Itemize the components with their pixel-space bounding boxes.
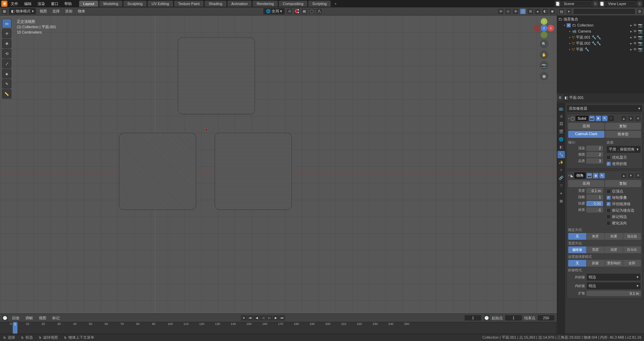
outliner-search-input[interactable] xyxy=(573,8,635,14)
orientation-select[interactable]: 🌐 全局 ▾ xyxy=(263,8,285,15)
jump-start-icon[interactable]: ⏮ xyxy=(247,315,253,321)
mark-seam-checkbox[interactable] xyxy=(606,208,611,213)
proportional-falloff-icon[interactable]: ⋀ xyxy=(316,8,322,14)
fs-new[interactable]: 新建 xyxy=(587,260,605,267)
add-modifier-dropdown[interactable]: 添加修改器▾ xyxy=(567,105,643,112)
play-icon[interactable]: ▷ xyxy=(266,315,272,321)
eye-icon[interactable]: 👁 xyxy=(633,47,637,52)
delete-icon[interactable]: ✕ xyxy=(635,115,641,121)
autokey-icon[interactable]: ● xyxy=(241,315,247,321)
prop-tab-scene[interactable]: 🎬 xyxy=(557,128,565,135)
move-down-icon[interactable]: ▾ xyxy=(628,173,634,179)
timeline-view-menu[interactable]: 视图 xyxy=(37,315,48,321)
outliner-filter-icon[interactable]: ⚙ xyxy=(637,8,643,14)
tab-texturepaint[interactable]: Texture Paint xyxy=(174,1,204,7)
tool-annotate[interactable]: ✎ xyxy=(2,79,11,89)
tool-transform[interactable]: ◈ xyxy=(2,69,11,78)
viewlayer-browse-icon[interactable]: 📑 xyxy=(599,1,605,7)
render-toggle-icon[interactable]: 📷 xyxy=(589,116,595,121)
limit-angle[interactable]: 角度 xyxy=(587,233,605,240)
overlay-toggle-icon[interactable]: ⊕ xyxy=(513,8,519,14)
viewport-add-menu[interactable]: 添加 xyxy=(63,8,74,14)
outliner-display-mode-icon[interactable]: ▤ xyxy=(558,8,565,14)
shading-solid-icon[interactable]: ● xyxy=(535,8,541,14)
3d-viewport[interactable]: 正交顶视图 (1) Collection | 平面.001 10 Centime… xyxy=(0,15,557,314)
tool-rotate[interactable]: ⟲ xyxy=(2,49,11,58)
realtime-toggle-icon[interactable]: 🖥 xyxy=(596,116,601,121)
cage-toggle-icon[interactable]: ▽ xyxy=(608,116,614,121)
axis-neg-x-icon[interactable] xyxy=(534,25,541,32)
bevel-material-input[interactable]: -1 xyxy=(586,207,603,213)
copy-button[interactable]: 复制 xyxy=(605,180,641,187)
axis-y-icon[interactable]: Y xyxy=(541,18,547,25)
opt-display-checkbox[interactable] xyxy=(606,155,611,160)
playhead[interactable]: 1 xyxy=(13,322,17,334)
inner-miter-select[interactable]: 锐边▾ xyxy=(586,282,641,290)
outliner-view-icon[interactable]: ▾ xyxy=(566,8,572,14)
timeline-playback-menu[interactable]: 回放 xyxy=(10,315,21,321)
mesh-plane-002[interactable] xyxy=(119,133,196,210)
end-frame-input[interactable] xyxy=(537,315,555,321)
axis-neg-y-icon[interactable] xyxy=(541,32,547,38)
render-toggle-icon[interactable]: 📷 xyxy=(587,173,592,178)
scene-browse-icon[interactable]: 📑 xyxy=(555,1,561,7)
tab-scripting[interactable]: Scripting xyxy=(308,1,331,7)
prop-tab-material[interactable]: ● xyxy=(557,189,565,197)
spread-input[interactable]: 0.1 m xyxy=(586,291,641,296)
fs-none[interactable]: 无 xyxy=(568,260,586,267)
wm-depth[interactable]: 深度 xyxy=(605,246,623,253)
restrict-select-icon[interactable]: ▸ xyxy=(630,29,632,34)
axis-x-icon[interactable]: X xyxy=(547,25,554,32)
pan-icon[interactable]: ✋ xyxy=(540,50,548,59)
tab-uvediting[interactable]: UV Editing xyxy=(148,1,173,7)
collapse-icon[interactable]: ▾ xyxy=(568,117,570,120)
collection-checkbox[interactable] xyxy=(567,23,571,27)
modifier-name[interactable]: Subd xyxy=(576,116,588,121)
camera-icon[interactable]: 📷 xyxy=(638,23,643,27)
editmode-toggle-icon[interactable]: ✎ xyxy=(599,173,605,178)
mark-sharp-checkbox[interactable] xyxy=(606,215,611,219)
eye-icon[interactable]: 👁 xyxy=(633,23,637,27)
frame-clock-icon[interactable]: 🕐 xyxy=(484,315,490,321)
apply-button[interactable]: 应用 xyxy=(568,123,604,130)
shading-wireframe-icon[interactable]: ⊞ xyxy=(527,8,533,14)
viewport-subdiv-input[interactable]: 2 xyxy=(586,152,603,157)
move-up-icon[interactable]: ▴ xyxy=(621,115,627,121)
tree-plane-002[interactable]: ▸▽平面.002 🔧🔧▸👁📷 xyxy=(557,40,644,46)
timeline-marker-menu[interactable]: 标记 xyxy=(50,315,62,321)
harden-normals-checkbox[interactable] xyxy=(606,221,611,225)
fs-all[interactable]: 全部 xyxy=(623,260,641,267)
move-up-icon[interactable]: ▴ xyxy=(621,173,627,179)
loop-slide-checkbox[interactable] xyxy=(606,202,611,206)
tree-scene-collection[interactable]: 🗀场景集合 xyxy=(557,16,644,22)
gizmo-toggle-icon[interactable]: ◎ xyxy=(505,8,511,14)
snap-target-icon[interactable]: ▦ xyxy=(301,8,307,14)
prop-tab-output[interactable]: 🖨 xyxy=(557,112,565,120)
perspective-toggle-icon[interactable]: ▦ xyxy=(540,72,548,80)
prop-tab-constraints[interactable]: 🔗 xyxy=(557,174,565,181)
restrict-select-icon[interactable]: ▸ xyxy=(630,35,632,40)
prop-tab-physics[interactable]: ⚛ xyxy=(557,166,565,174)
fs-affected[interactable]: 受影响的 xyxy=(605,260,623,267)
eye-icon[interactable]: 👁 xyxy=(633,41,637,46)
collapse-icon[interactable]: ▾ xyxy=(568,174,570,177)
zoom-icon[interactable]: 🔍 xyxy=(540,40,548,48)
prop-tab-object[interactable]: ◧ xyxy=(557,143,565,151)
use-crease-checkbox[interactable] xyxy=(606,162,611,166)
camera-view-icon[interactable]: 📷 xyxy=(540,61,548,70)
mesh-plane-001[interactable] xyxy=(178,37,255,114)
clamp-overlap-checkbox[interactable] xyxy=(606,195,611,200)
scene-new-icon[interactable]: ⎘ xyxy=(592,1,598,7)
mode-select[interactable]: ◧ 物体模式 ▾ xyxy=(9,8,36,15)
menu-file[interactable]: 文件 xyxy=(8,1,21,7)
visibility-filter-icon[interactable]: 👁 xyxy=(498,8,504,14)
render-subdiv-input[interactable]: 2 xyxy=(586,146,603,151)
prop-tab-world[interactable]: 🌐 xyxy=(557,135,565,143)
prop-tab-render[interactable]: 📺 xyxy=(557,105,565,112)
editmode-toggle-icon[interactable]: ✎ xyxy=(602,116,607,121)
vertex-only-checkbox[interactable] xyxy=(606,189,611,193)
menu-window[interactable]: 窗口 xyxy=(48,1,61,7)
tab-shading[interactable]: Shading xyxy=(205,1,226,7)
viewlayer-name-input[interactable] xyxy=(606,1,636,6)
prop-tab-texture[interactable]: ▦ xyxy=(557,197,565,205)
